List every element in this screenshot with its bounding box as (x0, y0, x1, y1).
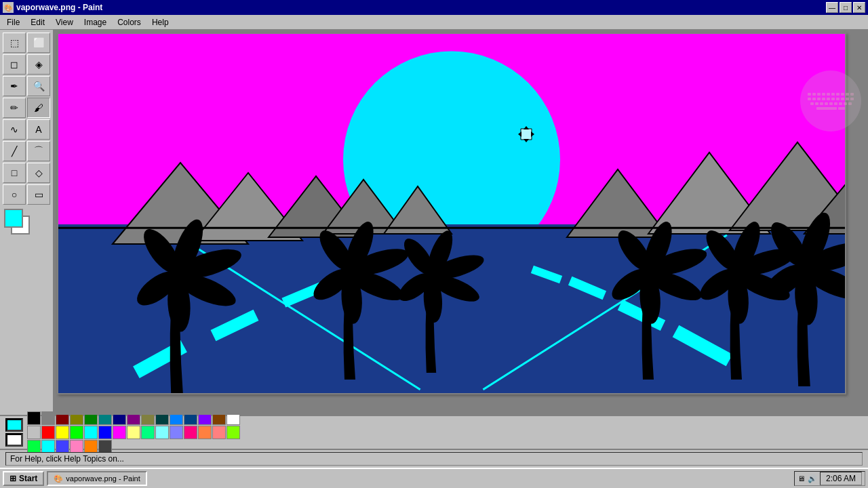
palette-color[interactable] (70, 440, 83, 453)
palette-color[interactable] (141, 426, 155, 439)
palette-color[interactable] (98, 440, 112, 453)
tool-magnifier[interactable]: 🔍 (27, 76, 50, 96)
palette-color[interactable] (56, 426, 69, 439)
tray-volume-icon[interactable]: 🔊 (808, 474, 817, 483)
palette-color[interactable] (41, 411, 55, 425)
title-bar: 🎨 vaporwave.png - Paint — □ ✕ (0, 0, 868, 15)
taskbar-paint-icon: 🎨 (54, 474, 63, 483)
palette-color[interactable] (41, 426, 55, 439)
taskbar: ⊞ Start 🎨 vaporwave.png - Paint 🖥 🔊 2:06… (0, 468, 868, 488)
menu-bar: File Edit View Image Colors Help (0, 15, 868, 30)
taskbar-tray: 🖥 🔊 2:06 AM (794, 471, 865, 486)
canvas-area[interactable] (54, 30, 868, 415)
foreground-color-swatch[interactable] (4, 209, 23, 228)
palette-color[interactable] (155, 426, 169, 439)
app-icon: 🎨 (3, 2, 14, 13)
tool-panel: ⬚ ⬜ ◻ ◈ ✒ 🔍 ✏ 🖌 ∿ A ╱ ⌒ □ ◇ ○ ▭ (0, 30, 54, 415)
palette-color[interactable] (84, 440, 98, 453)
palette-color[interactable] (84, 426, 98, 439)
menu-file[interactable]: File (1, 16, 25, 28)
foreground-active-swatch[interactable] (5, 418, 23, 432)
start-icon: ⊞ (9, 474, 16, 483)
palette-color[interactable] (184, 426, 197, 439)
status-text: For Help, click Help Topics on... (5, 452, 863, 466)
maximize-button[interactable]: □ (840, 2, 852, 13)
paint-canvas[interactable] (57, 33, 846, 394)
menu-view[interactable]: View (50, 16, 79, 28)
palette-color[interactable] (27, 440, 41, 453)
palette-color[interactable] (56, 440, 69, 453)
close-button[interactable]: ✕ (853, 2, 865, 13)
tool-polygon[interactable]: ◇ (27, 163, 50, 183)
title-bar-text: vaporwave.png - Paint (16, 3, 102, 12)
start-label: Start (19, 474, 37, 483)
menu-colors[interactable]: Colors (112, 16, 146, 28)
palette-color[interactable] (226, 426, 240, 439)
tool-select-rect[interactable]: ⬚ (3, 33, 26, 53)
tool-select-free[interactable]: ⬜ (27, 33, 50, 53)
palette-color[interactable] (127, 426, 140, 439)
menu-help[interactable]: Help (146, 16, 174, 28)
start-button[interactable]: ⊞ Start (3, 471, 44, 486)
tool-eraser[interactable]: ◻ (3, 54, 26, 75)
main-layout: ⬚ ⬜ ◻ ◈ ✒ 🔍 ✏ 🖌 ∿ A ╱ ⌒ □ ◇ ○ ▭ (0, 30, 868, 415)
tool-text[interactable]: A (27, 119, 50, 140)
tool-airbrush[interactable]: ∿ (3, 119, 26, 140)
taskbar-paint-label: vaporwave.png - Paint (66, 474, 140, 483)
tool-pencil[interactable]: ✏ (3, 98, 26, 118)
palette-color[interactable] (98, 426, 112, 439)
tool-fill[interactable]: ◈ (27, 54, 50, 75)
palette-color[interactable] (113, 426, 126, 439)
palette-color[interactable] (212, 426, 226, 439)
tool-curve[interactable]: ⌒ (27, 141, 50, 161)
tray-network-icon[interactable]: 🖥 (797, 474, 805, 483)
status-bar: For Help, click Help Topics on... (0, 449, 868, 468)
palette-color[interactable] (27, 411, 41, 425)
tool-rounded-rect[interactable]: ▭ (27, 184, 50, 205)
menu-image[interactable]: Image (79, 16, 112, 28)
palette-color[interactable] (41, 440, 55, 453)
title-bar-controls: — □ ✕ (826, 2, 865, 13)
palette-color[interactable] (27, 426, 41, 439)
tool-ellipse[interactable]: ○ (3, 184, 26, 205)
tool-brush[interactable]: 🖌 (27, 98, 50, 118)
title-bar-left: 🎨 vaporwave.png - Paint (3, 2, 102, 13)
keyboard-watermark (800, 70, 861, 131)
taskbar-clock: 2:06 AM (820, 472, 862, 485)
current-colors (3, 207, 37, 235)
tool-line[interactable]: ╱ (3, 141, 26, 161)
tool-grid: ⬚ ⬜ ◻ ◈ ✒ 🔍 ✏ 🖌 ∿ A ╱ ⌒ □ ◇ ○ ▭ (3, 33, 50, 205)
palette-colors (27, 411, 251, 453)
color-palette (0, 415, 868, 449)
active-color-display (5, 418, 23, 447)
tool-rect[interactable]: □ (3, 163, 26, 183)
palette-color[interactable] (70, 426, 83, 439)
tool-eyedropper[interactable]: ✒ (3, 76, 26, 96)
palette-color[interactable] (198, 426, 212, 439)
minimize-button[interactable]: — (826, 2, 838, 13)
palette-color[interactable] (170, 426, 183, 439)
taskbar-paint-window[interactable]: 🎨 vaporwave.png - Paint (47, 471, 146, 486)
menu-edit[interactable]: Edit (25, 16, 50, 28)
background-active-swatch[interactable] (5, 433, 23, 447)
